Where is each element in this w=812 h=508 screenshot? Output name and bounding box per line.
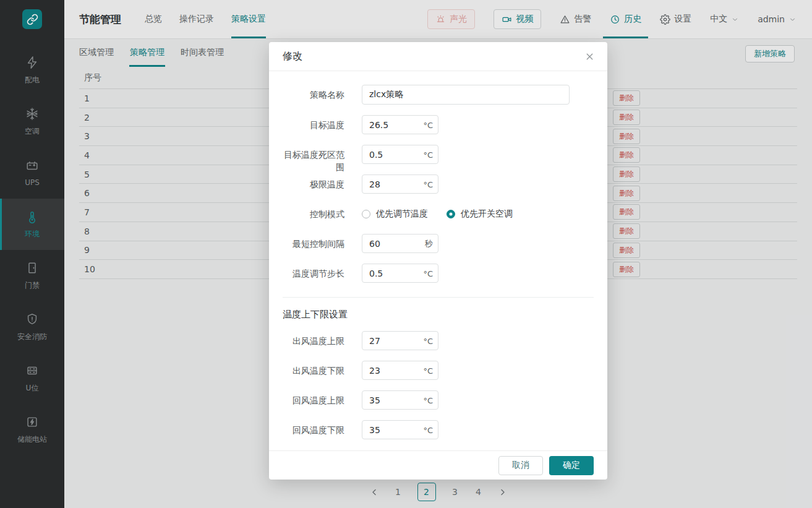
- radio-label: 优先调节温度: [376, 209, 428, 220]
- radio-label: 优先开关空调: [461, 209, 513, 220]
- unit-label: °C: [423, 179, 433, 189]
- field-limit-temp: 极限温度 °C: [283, 174, 594, 194]
- field-label: 策略名称: [283, 85, 344, 101]
- field-label: 出风温度上限: [283, 331, 344, 347]
- field-label: 极限温度: [283, 174, 344, 191]
- unit-label: °C: [423, 425, 433, 434]
- field-return-lower: 回风温度下限 °C: [283, 420, 594, 439]
- section-divider: [283, 297, 594, 298]
- field-label: 出风温度下限: [283, 361, 344, 377]
- cancel-button[interactable]: 取消: [498, 456, 543, 475]
- close-icon[interactable]: [584, 51, 595, 62]
- temp-limits-section-title: 温度上下限设置: [283, 309, 594, 321]
- modal-footer: 取消 确定: [269, 450, 607, 480]
- field-min-interval: 最短控制间隔 秒: [283, 234, 594, 253]
- edit-policy-modal: 修改 策略名称 目标温度 °C 目标温度死区范围 °C 极: [269, 42, 607, 480]
- field-label: 回风温度下限: [283, 420, 344, 436]
- confirm-button[interactable]: 确定: [549, 456, 594, 475]
- field-label: 目标温度死区范围: [283, 145, 344, 173]
- policy-name-input[interactable]: [362, 85, 570, 105]
- unit-label: °C: [423, 366, 433, 375]
- unit-label: °C: [423, 120, 433, 129]
- field-label: 控制模式: [283, 204, 344, 220]
- field-label: 目标温度: [283, 115, 344, 131]
- unit-label: °C: [423, 336, 433, 345]
- field-target-temp: 目标温度 °C: [283, 115, 594, 134]
- field-temp-step: 温度调节步长 °C: [283, 264, 594, 283]
- field-outlet-upper: 出风温度上限 °C: [283, 331, 594, 350]
- radio-circle-unchecked[interactable]: [362, 210, 370, 218]
- radio-circle-checked[interactable]: [447, 210, 455, 218]
- unit-label: 秒: [425, 238, 433, 249]
- field-label: 最短控制间隔: [283, 234, 344, 250]
- field-dead-zone: 目标温度死区范围 °C: [283, 145, 594, 164]
- field-label: 回风温度上限: [283, 390, 344, 407]
- unit-label: °C: [423, 269, 433, 278]
- modal-title: 修改: [283, 50, 302, 63]
- modal-body: 策略名称 目标温度 °C 目标温度死区范围 °C 极限温度 °C: [269, 71, 607, 450]
- field-outlet-lower: 出风温度下限 °C: [283, 361, 594, 380]
- field-control-mode: 控制模式 优先调节温度 优先开关空调: [283, 204, 594, 223]
- field-label: 温度调节步长: [283, 264, 344, 280]
- unit-label: °C: [423, 150, 433, 159]
- unit-label: °C: [423, 395, 433, 405]
- field-policy-name: 策略名称: [283, 85, 594, 105]
- radio-adjust-temp[interactable]: 优先调节温度: [362, 209, 428, 220]
- field-return-upper: 回风温度上限 °C: [283, 390, 594, 410]
- radio-switch-ac[interactable]: 优先开关空调: [447, 209, 513, 220]
- modal-header: 修改: [269, 42, 607, 71]
